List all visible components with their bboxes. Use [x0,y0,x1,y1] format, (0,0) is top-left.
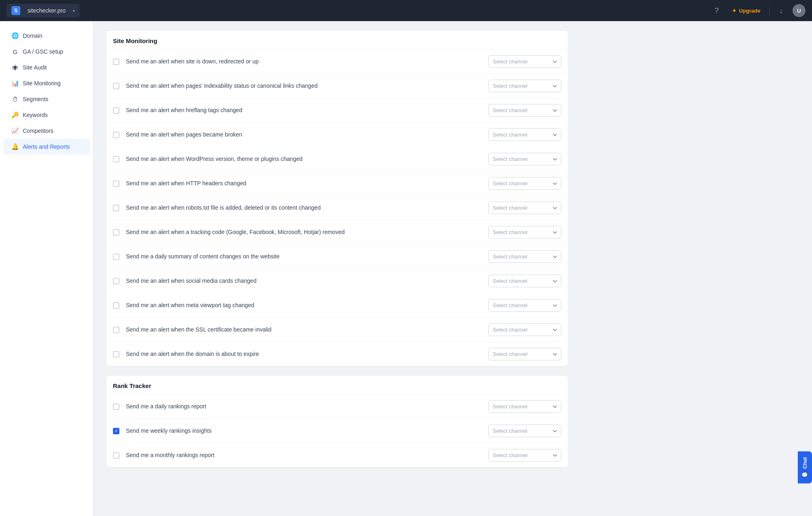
alert-checkbox-9[interactable] [113,254,119,260]
alert-text-15: Send me weekly rankings insights [126,427,482,435]
alert-checkbox-14[interactable] [113,403,119,410]
alert-text-3: Send me an alert when hreflang tags chan… [126,106,482,115]
help-button[interactable]: ? [710,4,723,17]
alert-text-6: Send me an alert when HTTP headers chang… [126,180,482,188]
alert-row-8: Send me an alert when a tracking code (G… [106,220,568,245]
alert-text-16: Send me a monthly rankings report [126,451,482,460]
alert-checkbox-7[interactable] [113,205,119,211]
section-title-site-monitoring-section: Site Monitoring [106,31,568,50]
alert-text-4: Send me an alert when pages became broke… [126,131,482,139]
sidebar-icon-domain: 🌐 [11,32,19,39]
main-layout: 🌐 Domain G GA / GSC setup 🕷 Site Audit 📊… [0,21,812,516]
channel-select-10[interactable]: Select channel [488,275,561,287]
alert-row-11: Send me an alert when meta viewport tag … [106,293,568,318]
alert-checkbox-13[interactable] [113,351,119,358]
help-icon: ? [715,7,719,15]
sidebar-label-alerts-reports: Alerts and Reports [23,143,70,150]
chat-button[interactable]: 💬 Chat [798,451,812,483]
channel-select-15[interactable]: Select channel [488,425,561,437]
channel-select-16[interactable]: Select channel [488,449,561,462]
channel-select-8[interactable]: Select channel [488,226,561,238]
sidebar-item-segments[interactable]: ⏱ Segments [3,91,90,107]
sidebar-item-alerts-reports[interactable]: 🔔 Alerts and Reports [3,139,90,154]
alert-checkbox-4[interactable] [113,132,119,138]
alert-row-4: Send me an alert when pages became broke… [106,123,568,147]
alert-text-10: Send me an alert when social media cards… [126,277,482,285]
alert-checkbox-16[interactable] [113,452,119,459]
section-site-monitoring-section: Site MonitoringSend me an alert when sit… [106,31,568,366]
sidebar-label-site-monitoring: Site Monitoring [23,80,61,87]
channel-select-4[interactable]: Select channel [488,128,561,141]
alert-text-1: Send me an alert when site is down, redi… [126,58,482,66]
alert-checkbox-1[interactable] [113,59,119,65]
sidebar-label-segments: Segments [23,96,48,102]
sidebar-item-site-audit[interactable]: 🕷 Site Audit [3,60,90,75]
alerts-container: Site MonitoringSend me an alert when sit… [93,21,581,487]
alert-checkbox-8[interactable] [113,229,119,236]
sidebar-icon-site-audit: 🕷 [11,64,19,71]
channel-select-6[interactable]: Select channel [488,177,561,190]
sidebar-item-domain[interactable]: 🌐 Domain [3,28,90,43]
channel-select-3[interactable]: Select channel [488,104,561,117]
sidebar-item-ga-gsc[interactable]: G GA / GSC setup [3,44,90,59]
alert-text-5: Send me an alert when WordPress version,… [126,155,482,163]
alert-row-12: Send me an alert when the SSL certificat… [106,318,568,342]
brand-name: sitechecker.pro [27,7,65,14]
nav-divider [769,6,770,15]
alert-checkbox-5[interactable] [113,156,119,163]
sidebar-label-site-audit: Site Audit [23,64,47,71]
sidebar-label-competitors: Competitors [23,128,53,134]
alert-row-3: Send me an alert when hreflang tags chan… [106,98,568,123]
sidebar-label-domain: Domain [23,33,42,39]
alert-checkbox-12[interactable] [113,327,119,333]
sidebar-label-keywords: Keywords [23,112,48,118]
content-area: Site MonitoringSend me an alert when sit… [93,21,812,516]
upgrade-button[interactable]: ✦ Upgrade [728,5,764,16]
channel-select-2[interactable]: Select channel [488,80,561,92]
alert-row-5: Send me an alert when WordPress version,… [106,147,568,171]
alert-text-7: Send me an alert when robots.txt file is… [126,204,482,212]
section-rank-tracker-section: Rank TrackerSend me a daily rankings rep… [106,376,568,467]
channel-select-9[interactable]: Select channel [488,250,561,263]
download-button[interactable]: ↓ [775,4,788,17]
channel-select-11[interactable]: Select channel [488,299,561,312]
sidebar-label-ga-gsc: GA / GSC setup [23,48,63,55]
alert-checkbox-10[interactable] [113,278,119,284]
sidebar: 🌐 Domain G GA / GSC setup 🕷 Site Audit 📊… [0,21,93,516]
alert-checkbox-15[interactable] [113,428,119,434]
alert-text-9: Send me a daily summary of content chang… [126,253,482,261]
download-icon: ↓ [780,7,783,15]
alert-text-14: Send me a daily rankings report [126,403,482,411]
alert-checkbox-11[interactable] [113,302,119,309]
brand-logo-icon: S [11,6,20,15]
channel-select-1[interactable]: Select channel [488,55,561,68]
channel-select-13[interactable]: Select channel [488,348,561,360]
alert-row-15: Send me weekly rankings insightsSelect c… [106,419,568,443]
alert-checkbox-6[interactable] [113,180,119,187]
section-title-rank-tracker-section: Rank Tracker [106,376,568,395]
sidebar-item-keywords[interactable]: 🔑 Keywords [3,107,90,123]
channel-select-14[interactable]: Select channel [488,400,561,413]
alert-row-7: Send me an alert when robots.txt file is… [106,196,568,220]
upgrade-star-icon: ✦ [732,8,736,14]
sidebar-icon-segments: ⏱ [11,95,19,103]
channel-select-7[interactable]: Select channel [488,202,561,214]
chat-icon: 💬 [802,471,808,478]
channel-select-5[interactable]: Select channel [488,153,561,165]
alert-text-11: Send me an alert when meta viewport tag … [126,301,482,310]
alert-row-16: Send me a monthly rankings reportSelect … [106,443,568,467]
avatar[interactable]: U [793,4,806,17]
sidebar-item-competitors[interactable]: 📈 Competitors [3,123,90,139]
channel-select-12[interactable]: Select channel [488,323,561,336]
alert-row-6: Send me an alert when HTTP headers chang… [106,171,568,196]
alert-text-8: Send me an alert when a tracking code (G… [126,228,482,236]
sidebar-icon-site-monitoring: 📊 [11,80,19,87]
alert-checkbox-3[interactable] [113,107,119,114]
alert-row-1: Send me an alert when site is down, redi… [106,50,568,74]
sidebar-icon-keywords: 🔑 [11,111,19,119]
sidebar-item-site-monitoring[interactable]: 📊 Site Monitoring [3,76,90,91]
alert-row-13: Send me an alert when the domain is abou… [106,342,568,366]
upgrade-label: Upgrade [739,8,760,14]
brand-selector[interactable]: S sitechecker.pro ▾ [6,4,80,17]
alert-checkbox-2[interactable] [113,83,119,89]
